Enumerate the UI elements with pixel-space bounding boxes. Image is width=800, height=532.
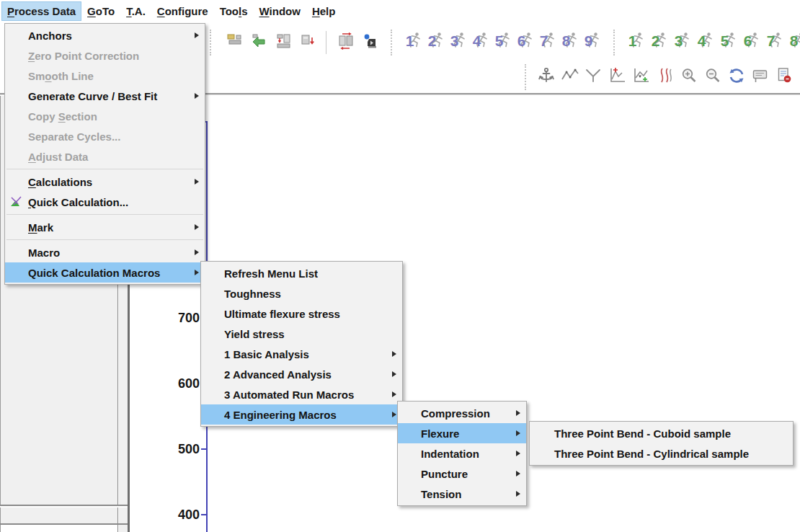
annotation-icon[interactable] (750, 66, 770, 86)
macro-runner-purple-6[interactable]: 6 (515, 30, 535, 50)
menu-item-flexure[interactable]: Flexure (398, 423, 526, 443)
menu-item-label: Configure (157, 5, 208, 17)
menu-item-2-advanced-analysis[interactable]: 2 Advanced Analysis (201, 364, 402, 384)
menu-item-anchors[interactable]: Anchors (5, 25, 205, 45)
menu-item-label: Ultimate flexure stress (224, 308, 399, 320)
svg-text:3: 3 (675, 32, 683, 49)
refresh-icon[interactable] (726, 66, 747, 86)
menubar-item-process-data[interactable]: Process Data (1, 1, 81, 21)
macro-runner-green-5[interactable]: 5 (718, 30, 738, 50)
svg-text:7: 7 (540, 32, 548, 49)
toolbar-grip[interactable] (613, 30, 615, 56)
remove-data-icon[interactable] (298, 31, 319, 51)
overlay-curves-icon[interactable] (655, 66, 675, 86)
zoom-in-icon[interactable] (679, 66, 699, 86)
submenu-arrow-icon (195, 270, 199, 275)
menu-item-macro[interactable]: Macro (5, 242, 205, 262)
macro-runner-green-3[interactable]: 3 (672, 30, 692, 50)
macro-runner-purple-5[interactable]: 5 (492, 30, 512, 50)
menu-item-4-engineering-macros[interactable]: 4 Engineering Macros (201, 404, 402, 425)
menubar-item-tools[interactable]: Tools (214, 1, 254, 21)
menu-item-three-point-bend-cuboid-sample[interactable]: Three Point Bend - Cuboid sample (530, 423, 793, 443)
menu-item-copy-section[interactable]: Copy Section (5, 106, 205, 126)
quick-calculation-icon (5, 195, 28, 209)
menubar-item-t-a[interactable]: T.A. (120, 1, 151, 21)
macro-runner-purple-3[interactable]: 3 (448, 30, 468, 50)
export-run-icon[interactable] (360, 31, 381, 51)
menu-item-label: Three Point Bend - Cuboid sample (554, 427, 789, 440)
y-axis (201, 514, 206, 515)
macro-runner-purple-7[interactable]: 7 (537, 30, 557, 50)
engineering-macros-menu: CompressionFlexureIndentationPunctureTen… (397, 401, 527, 506)
menu-item-ultimate-flexure-stress[interactable]: Ultimate flexure stress (201, 303, 402, 324)
menu-item-3-automated-run-macros[interactable]: 3 Automated Run Macros (201, 384, 402, 404)
toolbar-grip[interactable] (210, 30, 211, 56)
menu-item-smooth-line[interactable]: Smooth Line (5, 66, 205, 86)
append-data-icon[interactable] (249, 31, 270, 51)
submenu-arrow-icon (195, 249, 199, 255)
menu-item-calculations[interactable]: Calculations (5, 172, 205, 192)
smooth-line-icon[interactable] (560, 66, 580, 86)
macro-runner-green-1[interactable]: 1 (626, 30, 646, 50)
menu-item-adjust-data[interactable]: Adjust Data (5, 146, 205, 167)
toolbar-grip[interactable] (525, 64, 526, 90)
menu-item-label: 4 Engineering Macros (224, 409, 392, 421)
join-curves-icon[interactable] (584, 66, 604, 86)
submenu-arrow-icon (195, 93, 199, 99)
submenu-arrow-icon (392, 351, 396, 357)
menu-item-separate-cycles[interactable]: Separate Cycles... (5, 126, 205, 146)
drop-marker-icon[interactable] (631, 66, 652, 86)
menu-item-three-point-bend-cylindrical-sample[interactable]: Three Point Bend - Cylindrical sample (530, 443, 793, 464)
menu-item-generate-curve-best-fit[interactable]: Generate Curve / Best Fit (5, 86, 205, 106)
menu-item-label: Process Data (7, 5, 76, 17)
menu-item-label: Three Point Bend - Cylindrical sample (554, 448, 789, 460)
menu-item-label: Copy Section (28, 110, 201, 123)
toolbar-grip[interactable] (391, 30, 392, 56)
menu-item-zero-point-correction[interactable]: Zero Point Correction (5, 45, 205, 66)
svg-text:2: 2 (652, 32, 660, 49)
anchor-icon[interactable] (536, 66, 556, 86)
svg-text:6: 6 (744, 32, 752, 49)
macro-runner-green-6[interactable]: 6 (741, 30, 761, 50)
menu-item-tension[interactable]: Tension (398, 484, 526, 504)
report-icon[interactable] (774, 66, 794, 86)
submenu-arrow-icon (392, 412, 396, 417)
macro-runner-purple-9[interactable]: 9 (582, 30, 602, 50)
menu-item-label: Tension (421, 488, 516, 500)
menu-item-indentation[interactable]: Indentation (398, 443, 526, 464)
menubar-item-help[interactable]: Help (306, 1, 342, 21)
macro-runner-green-4[interactable]: 4 (695, 30, 715, 50)
menu-item-puncture[interactable]: Puncture (398, 464, 526, 484)
submenu-arrow-icon (392, 371, 396, 377)
svg-text:4: 4 (698, 32, 706, 49)
menu-item-compression[interactable]: Compression (398, 403, 526, 423)
menu-item-label: Window (259, 5, 301, 17)
menu-item-quick-calculation-macros[interactable]: Quick Calculation Macros (5, 262, 205, 283)
attach-data-icon[interactable] (225, 31, 245, 51)
svg-text:6: 6 (517, 32, 526, 49)
panel-subarea (1, 525, 117, 532)
menu-item-mark[interactable]: Mark (5, 217, 205, 237)
menu-item-toughness[interactable]: Toughness (201, 283, 402, 303)
menu-bar: Process DataGoToT.A.ConfigureToolsWindow… (0, 0, 800, 22)
macro-runner-green-7[interactable]: 7 (764, 30, 784, 50)
submenu-arrow-icon (516, 451, 520, 456)
macro-runner-green-2[interactable]: 2 (649, 30, 669, 50)
menubar-item-configure[interactable]: Configure (151, 1, 214, 21)
peak-marker-icon[interactable] (608, 66, 628, 86)
menubar-item-goto[interactable]: GoTo (81, 1, 120, 21)
insert-data-icon[interactable] (274, 31, 294, 51)
macro-runner-purple-4[interactable]: 4 (470, 30, 490, 50)
menu-item-label: Mark (28, 221, 195, 234)
macro-runner-green-8[interactable]: 8 (787, 30, 800, 50)
zoom-out-icon[interactable] (703, 66, 723, 86)
macro-runner-purple-8[interactable]: 8 (559, 30, 579, 50)
menu-item-yield-stress[interactable]: Yield stress (201, 324, 402, 344)
exchange-data-icon[interactable] (336, 31, 356, 51)
menu-item-refresh-menu-list[interactable]: Refresh Menu List (201, 263, 402, 283)
menu-item-1-basic-analysis[interactable]: 1 Basic Analysis (201, 344, 402, 364)
menubar-item-window[interactable]: Window (254, 1, 306, 21)
macro-runner-purple-1[interactable]: 1 (403, 30, 423, 50)
menu-item-quick-calculation[interactable]: Quick Calculation... (5, 192, 205, 212)
macro-runner-purple-2[interactable]: 2 (425, 30, 445, 50)
